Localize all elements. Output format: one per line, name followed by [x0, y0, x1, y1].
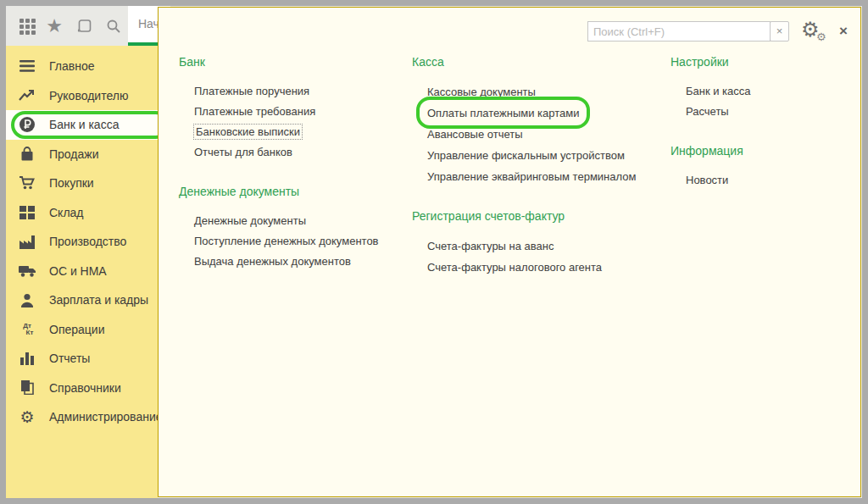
sidebar-item-pokupki[interactable]: Покупки [6, 169, 158, 198]
tab-label: Нач [138, 17, 159, 30]
list-item: Банк и касса [686, 81, 853, 102]
search-input[interactable] [587, 21, 771, 42]
section-kassa: Касса Кассовые документы Оплаты платежны… [412, 55, 666, 187]
sidebar-item-prodazhi[interactable]: Продажи [6, 140, 158, 169]
link-avansovye-otchety[interactable]: Авансовые отчеты [427, 128, 523, 141]
link-novosti[interactable]: Новости [686, 174, 728, 186]
function-menu-panel: × ⚙ ⚙ × Банк Платежные поручения Платежн… [158, 7, 861, 497]
history-icon [75, 17, 94, 36]
list-item: Счета-фактуры налогового агента [427, 257, 666, 278]
menu-column-kassa: Касса Кассовые документы Оплаты платежны… [412, 55, 666, 278]
sidebar-item-os-i-nma[interactable]: ОС и НМА [6, 257, 158, 286]
sidebar-item-label: Администрирование [49, 410, 163, 424]
sidebar-item-label: Руководителю [49, 89, 128, 102]
link-scheta-faktury-na-avans[interactable]: Счета-фактуры на аванс [427, 240, 554, 252]
bar-chart-icon [18, 349, 36, 368]
sidebar-item-spravochniki[interactable]: Справочники [6, 374, 158, 403]
list-item: Выдача денежных документов [194, 252, 404, 272]
sidebar-item-label: Зарплата и кадры [49, 293, 148, 307]
sidebar-item-glavnoe[interactable]: Главное [6, 52, 158, 81]
sidebar-item-label: Справочники [49, 381, 121, 395]
ruble-icon [18, 115, 36, 134]
close-panel-button[interactable]: × [835, 23, 852, 40]
section-title: Касса [412, 55, 666, 69]
books-icon [18, 379, 36, 397]
factory-icon [18, 232, 36, 251]
panel-settings-button[interactable]: ⚙ ⚙ [799, 19, 832, 45]
star-icon: ★ [46, 17, 63, 36]
link-bankovskie-vypiski[interactable]: Банковские выписки [194, 125, 302, 139]
global-search-button[interactable] [103, 15, 125, 37]
application-window: ★ Нач [6, 6, 862, 498]
list-item: Управление фискальным устройством [427, 145, 666, 166]
close-icon: × [839, 23, 848, 39]
sidebar-item-label: Производство [49, 235, 126, 248]
menu-column-nastroyki: Настройки Банк и касса Расчеты Информаци… [670, 55, 853, 191]
sidebar-item-operacii[interactable]: ДтКт Операции [6, 315, 158, 345]
sidebar-item-rukovoditelyu[interactable]: Руководителю [6, 81, 158, 111]
list-item: Банковские выписки [194, 122, 404, 142]
sidebar-item-label: Банк и касса [49, 118, 119, 131]
sidebar-item-label: Главное [49, 59, 95, 73]
link-upravlenie-ekvayringovym[interactable]: Управление эквайринговым терминалом [427, 170, 636, 183]
sidebar: Главное Руководителю Банк и касса Продаж… [6, 46, 158, 498]
person-icon [18, 291, 36, 309]
link-platezhnye-porucheniya[interactable]: Платежные поручения [194, 85, 309, 97]
list-item: Авансовые отчеты [427, 124, 666, 145]
list-item: Управление эквайринговым терминалом [427, 166, 666, 187]
sidebar-item-administrirovanie[interactable]: ⚙ Администрирование [6, 402, 158, 432]
sidebar-item-bank-i-kassa[interactable]: Банк и касса [6, 110, 158, 140]
small-gear-icon: ⚙ [816, 31, 826, 42]
sidebar-item-zarplata-i-kadry[interactable]: Зарплата и кадры [6, 285, 158, 315]
debit-credit-icon: ДтКт [18, 320, 36, 339]
list-item: Оплаты платежными картами [427, 102, 666, 124]
link-oplaty-platezhnymi-kartami[interactable]: Оплаты платежными картами [427, 102, 579, 124]
section-title: Регистрация счетов-фактур [412, 209, 666, 223]
sidebar-item-otchety[interactable]: Отчеты [6, 344, 158, 374]
favorites-button[interactable]: ★ [43, 15, 65, 37]
gear-icon: ⚙ [18, 407, 36, 426]
link-platezhnye-trebovaniya[interactable]: Платежные требования [194, 105, 315, 118]
sidebar-item-label: ОС и НМА [49, 264, 107, 278]
section-title: Настройки [670, 55, 853, 69]
section-nastroyki: Настройки Банк и касса Расчеты [670, 55, 853, 122]
list-item: Счета-фактуры на аванс [427, 235, 666, 257]
list-item: Поступление денежных документов [194, 231, 404, 252]
link-otchety-dlya-bankov[interactable]: Отчеты для банков [194, 146, 292, 158]
link-upravlenie-fiskalnym[interactable]: Управление фискальным устройством [427, 149, 625, 162]
sidebar-item-label: Покупки [49, 176, 94, 190]
link-denezhnye-dokumenty[interactable]: Денежные документы [194, 214, 306, 227]
section-title: Информация [670, 144, 853, 158]
search-clear-button[interactable]: × [770, 21, 789, 42]
list-item: Платежные требования [194, 102, 404, 122]
shopping-bag-icon [18, 145, 36, 163]
shopping-cart-icon [18, 174, 36, 192]
list-item: Расчеты [686, 102, 853, 122]
link-postuplenie-denezhnyh[interactable]: Поступление денежных документов [194, 235, 379, 247]
section-informaciya: Информация Новости [670, 144, 853, 191]
section-title: Денежные документы [179, 185, 404, 198]
sidebar-item-proizvodstvo[interactable]: Производство [6, 227, 158, 257]
section-title: Банк [179, 55, 404, 69]
link-scheta-faktury-nalogovogo-agenta[interactable]: Счета-фактуры налогового агента [427, 261, 602, 274]
list-item: Денежные документы [194, 211, 404, 231]
grid-icon [19, 19, 36, 35]
sidebar-item-label: Продажи [49, 147, 98, 161]
history-button[interactable] [74, 15, 96, 37]
sidebar-item-label: Операции [49, 323, 105, 336]
menu-grid-button[interactable] [16, 15, 38, 37]
trend-up-icon [18, 86, 36, 105]
truck-icon [18, 262, 36, 280]
link-bank-i-kassa-nastroyki[interactable]: Банк и касса [686, 85, 751, 97]
link-vydacha-denezhnyh[interactable]: Выдача денежных документов [194, 255, 351, 268]
sidebar-item-sklad[interactable]: Склад [6, 198, 158, 228]
section-bank: Банк Платежные поручения Платежные требо… [179, 55, 404, 163]
list-item: Отчеты для банков [194, 142, 404, 163]
boxes-icon [18, 203, 36, 222]
menu-column-bank: Банк Платежные поручения Платежные требо… [179, 55, 404, 272]
search-icon [105, 18, 122, 35]
menu-lines-icon [18, 57, 36, 75]
sidebar-item-label: Отчеты [49, 352, 90, 365]
link-kassovye-dokumenty[interactable]: Кассовые документы [427, 86, 536, 98]
link-raschety[interactable]: Расчеты [686, 105, 729, 118]
